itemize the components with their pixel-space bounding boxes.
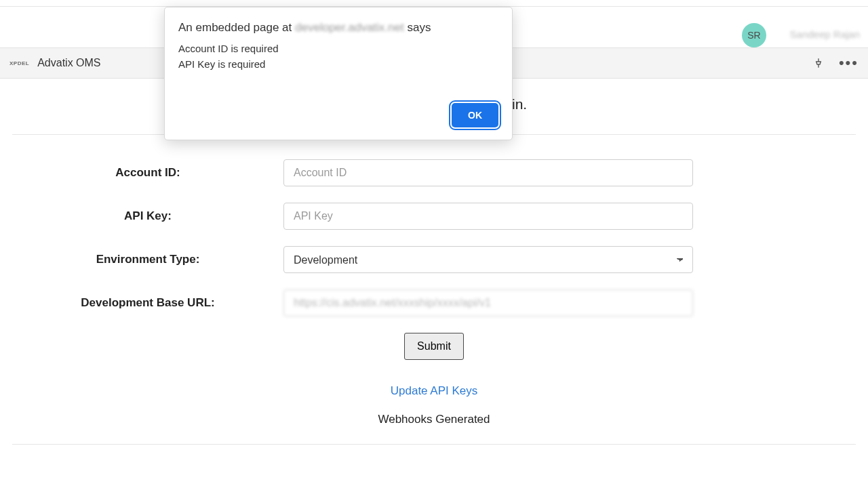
submit-button[interactable]: Submit [404,333,464,360]
alert-dialog: An embedded page at developer.advatix.ne… [164,7,513,140]
label-account-id: Account ID: [12,166,283,180]
settings-form: Account ID: API Key: Environment Type: D… [12,159,856,426]
more-icon[interactable]: ••• [839,54,859,72]
env-type-select[interactable]: Development [283,246,693,273]
alert-title: An embedded page at developer.advatix.ne… [178,21,498,35]
base-url-input[interactable] [283,289,693,317]
user-name-masked: Sandeep Rajan [790,28,860,40]
api-key-input[interactable] [283,203,693,230]
alert-title-prefix: An embedded page at [178,21,295,34]
label-env-type: Environment Type: [12,253,283,266]
avatar-initials: SR [747,30,760,41]
app-logo: XPDEL [9,60,29,66]
browser-top-strip [0,0,868,7]
account-id-input[interactable] [283,159,693,186]
label-api-key: API Key: [12,209,283,223]
update-api-keys-link[interactable]: Update API Keys [12,384,856,398]
alert-title-suffix: says [404,21,431,34]
label-base-url: Development Base URL: [12,296,283,310]
pin-icon[interactable] [813,58,824,68]
bottom-divider [12,444,856,445]
alert-ok-button[interactable]: OK [452,103,498,127]
app-title: Advatix OMS [37,57,100,69]
alert-message-line-1: Account ID is required [178,41,498,57]
alert-title-origin-masked: developer.advatix.net [295,21,404,34]
avatar[interactable]: SR [742,23,766,47]
webhooks-generated-msg: Webhooks Generated [12,413,856,426]
alert-message-line-2: API Key is required [178,57,498,73]
